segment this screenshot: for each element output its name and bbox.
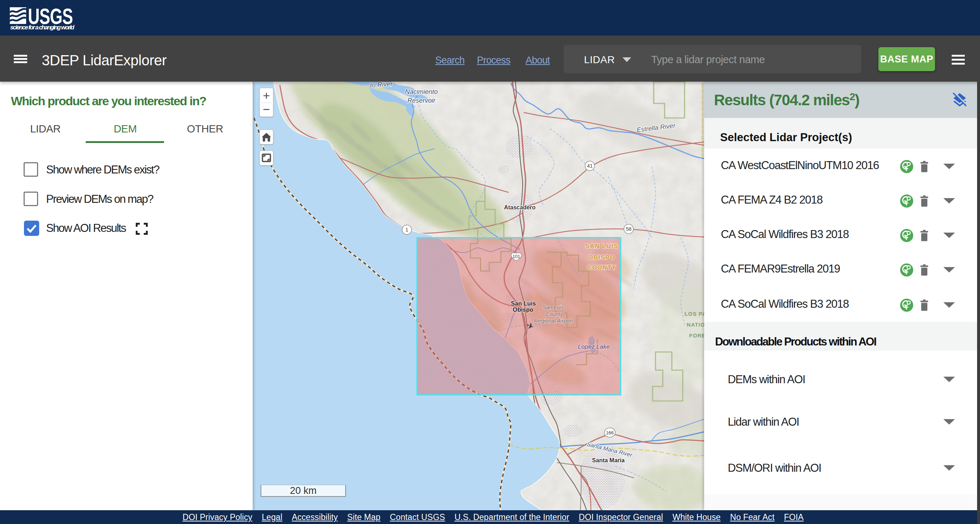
svg-text:Atascadero: Atascadero (504, 204, 535, 210)
svg-text:Regional Airport: Regional Airport (534, 318, 573, 324)
svg-text:science for a changing world: science for a changing world (10, 24, 75, 30)
svg-text:COUNTY: COUNTY (587, 264, 617, 271)
svg-text:58: 58 (626, 226, 632, 232)
svg-text:County: County (546, 311, 563, 317)
svg-text:Santa Maria: Santa Maria (592, 457, 625, 464)
svg-text:166: 166 (606, 430, 614, 435)
svg-text:LOS PADRES: LOS PADRES (684, 311, 704, 317)
svg-text:NATIONAL: NATIONAL (687, 322, 704, 328)
svg-text:SAN LUIS: SAN LUIS (585, 243, 618, 250)
svg-text:OBISPO: OBISPO (588, 254, 615, 261)
svg-text:Nacimiento: Nacimiento (405, 88, 438, 95)
svg-text:101: 101 (512, 254, 520, 259)
svg-text:Lopez Lake: Lopez Lake (578, 343, 610, 350)
svg-text:FOREST: FOREST (689, 332, 704, 338)
svg-text:Obispo: Obispo (513, 306, 533, 313)
svg-text:1: 1 (406, 227, 408, 233)
svg-text:San Luis: San Luis (511, 300, 536, 306)
svg-text:San Luis: San Luis (542, 304, 564, 310)
svg-text:41: 41 (587, 163, 593, 169)
svg-text:Reservoir: Reservoir (407, 97, 436, 104)
